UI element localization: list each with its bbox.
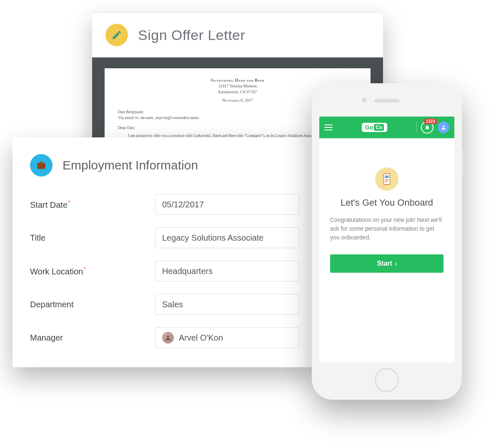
offer-letter-header: Sign Offer Letter — [92, 13, 383, 57]
input-department[interactable]: Sales — [155, 294, 299, 315]
brand-go: Go — [365, 124, 373, 131]
user-avatar[interactable] — [438, 122, 449, 133]
label-start-date: Start Date — [30, 199, 155, 210]
briefcase-icon — [30, 154, 53, 177]
pencil-icon — [105, 24, 128, 46]
brand-co: Co — [374, 124, 384, 131]
letter-company-name: Gutkowski, Hand and Beer — [118, 77, 357, 83]
employment-info-header: Employment Information — [30, 154, 299, 177]
field-title: Title Legacy Solutions Associate — [30, 227, 299, 248]
field-manager: Manager Arvel O'Kon — [30, 327, 299, 348]
phone-side-button — [462, 150, 463, 177]
phone-home-button[interactable] — [375, 368, 399, 392]
menu-icon[interactable] — [324, 124, 333, 130]
onboarding-body: Congratulations on your new job! Next we… — [330, 216, 443, 242]
employment-info-card: Employment Information Start Date 05/12/… — [13, 137, 317, 367]
label-department: Department — [30, 300, 155, 309]
svg-rect-5 — [385, 181, 387, 182]
value-department: Sales — [162, 300, 183, 309]
field-work-location: Work Location Headquarters — [30, 261, 299, 281]
value-title: Legacy Solutions Associate — [162, 233, 264, 243]
brand-logo[interactable]: GoCo — [362, 123, 387, 132]
onboarding-heading: Let's Get You Onboard — [330, 197, 443, 208]
value-start-date: 05/12/2017 — [162, 200, 204, 209]
manager-avatar — [162, 332, 174, 343]
notifications-button[interactable]: 1323 — [421, 121, 433, 134]
value-work-location: Headquarters — [162, 266, 213, 276]
chevron-right-icon: › — [395, 260, 397, 267]
offer-letter-title: Sign Offer Letter — [138, 27, 245, 43]
start-button[interactable]: Start › — [330, 254, 443, 273]
app-bar: GoCo 1323 — [319, 117, 454, 138]
phone-screen: GoCo 1323 Let's Get You Onboard Congratu… — [319, 117, 454, 362]
input-title[interactable]: Legacy Solutions Associate — [155, 227, 299, 248]
bell-icon — [424, 124, 430, 130]
employment-info-title: Employment Information — [63, 158, 198, 172]
onboarding-panel: Let's Get You Onboard Congratulations on… — [319, 138, 454, 362]
field-start-date: Start Date 05/12/2017 — [30, 194, 299, 215]
svg-rect-2 — [384, 174, 390, 184]
input-manager[interactable]: Arvel O'Kon — [155, 327, 299, 348]
label-manager: Manager — [30, 333, 155, 343]
app-bar-divider — [416, 122, 417, 133]
field-department: Department Sales — [30, 294, 299, 315]
svg-rect-3 — [385, 175, 389, 178]
person-icon — [441, 124, 446, 130]
input-work-location[interactable]: Headquarters — [155, 261, 299, 281]
input-start-date[interactable]: 05/12/2017 — [155, 194, 299, 215]
value-manager: Arvel O'Kon — [179, 333, 223, 343]
svg-point-0 — [167, 336, 169, 338]
label-work-location: Work Location — [30, 266, 155, 276]
onboarding-icon — [375, 167, 398, 191]
start-button-label: Start — [377, 260, 392, 267]
phone-mockup: GoCo 1323 Let's Get You Onboard Congratu… — [312, 83, 462, 400]
notification-badge: 1323 — [424, 119, 437, 124]
svg-rect-4 — [385, 179, 389, 180]
label-title: Title — [30, 233, 155, 243]
svg-point-1 — [443, 125, 445, 127]
